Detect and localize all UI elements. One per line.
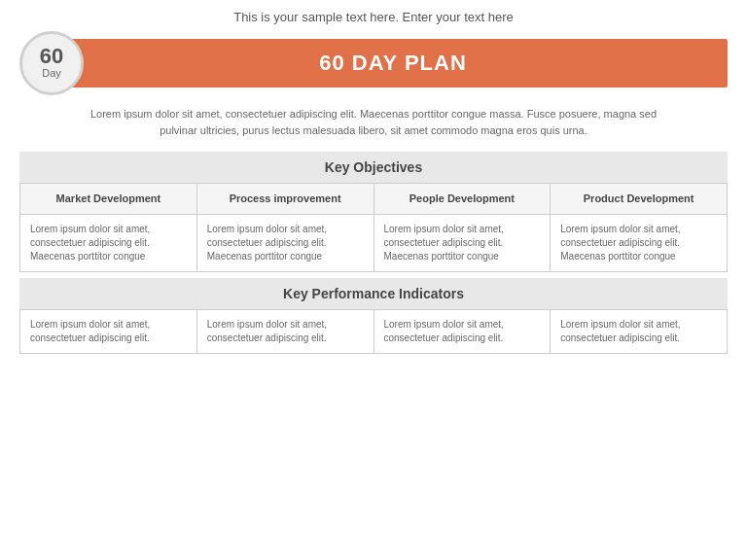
kpi-cell-0-3: Lorem ipsum dolor sit amet, consectetuer…: [551, 310, 728, 354]
obj-cell-0-0: Lorem ipsum dolor sit amet, consectetuer…: [20, 215, 197, 272]
header-section: 60 Day 60 DAY PLAN: [19, 30, 728, 96]
orange-banner: 60 DAY PLAN: [58, 39, 728, 88]
obj-cell-0-1: Lorem ipsum dolor sit amet, consectetuer…: [197, 215, 374, 272]
kpi-cell-0-0: Lorem ipsum dolor sit amet, consectetuer…: [20, 310, 197, 354]
objectives-section-header: Key Objectives: [19, 152, 728, 183]
sample-text: This is your sample text here. Enter you…: [0, 0, 747, 30]
obj-cell-0-3: Lorem ipsum dolor sit amet, consectetuer…: [551, 215, 728, 272]
kpi-grid: Lorem ipsum dolor sit amet, consectetuer…: [19, 309, 728, 354]
obj-cell-0-2: Lorem ipsum dolor sit amet, consectetuer…: [374, 215, 551, 272]
col-header-process: Process improvement: [197, 184, 374, 215]
day-label: Day: [42, 67, 61, 80]
day-number: 60: [40, 46, 63, 67]
banner-title: 60 DAY PLAN: [319, 51, 467, 76]
kpi-cell-0-2: Lorem ipsum dolor sit amet, consectetuer…: [374, 310, 551, 354]
description-text: Lorem ipsum dolor sit amet, consectetuer…: [0, 96, 747, 146]
day-circle: 60 Day: [19, 31, 84, 95]
col-header-people: People Development: [374, 184, 551, 215]
kpi-section-header: Key Performance Indicators: [19, 278, 728, 309]
kpi-title: Key Performance Indicators: [283, 286, 464, 301]
objectives-grid: Market Development Process improvement P…: [19, 183, 728, 272]
col-header-market: Market Development: [20, 184, 197, 215]
kpi-cell-0-1: Lorem ipsum dolor sit amet, consectetuer…: [197, 310, 374, 354]
objectives-title: Key Objectives: [325, 159, 422, 175]
page-container: This is your sample text here. Enter you…: [0, 0, 747, 560]
col-header-product: Product Development: [551, 184, 728, 215]
